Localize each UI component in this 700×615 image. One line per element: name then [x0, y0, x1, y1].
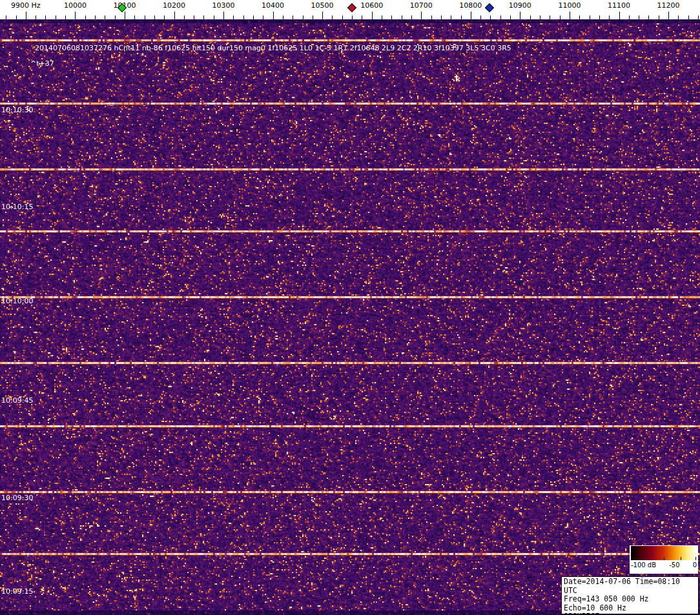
freq-label: 10600 — [360, 1, 383, 10]
colorbar-tick — [681, 557, 681, 560]
colorbar-tick — [664, 557, 664, 560]
colorbar-label-mid: -50 — [669, 561, 679, 569]
freq-label: 11000 — [558, 1, 581, 10]
freq-label: 10300 — [212, 1, 235, 10]
freq-label: 9900 Hz — [11, 1, 41, 10]
freq-label: 10200 — [163, 1, 185, 10]
frequency-ruler: 9900 Hz100001010010200103001040010500106… — [0, 0, 700, 19]
freq-tick — [372, 12, 373, 19]
freq-label: 10400 — [262, 1, 284, 10]
frame-annotation: ^t+37 — [30, 59, 54, 68]
freq-tick — [26, 12, 26, 19]
blue-diamond-marker-icon — [485, 3, 494, 12]
freq-tick — [421, 12, 422, 19]
info-line-station: OBSUPICE — [564, 612, 696, 615]
info-line-echo: Echo=10 600 Hz — [564, 604, 696, 613]
colorbar-label-min: -100 dB — [631, 561, 656, 569]
freq-tick — [668, 12, 669, 19]
freq-tick — [125, 12, 125, 19]
freq-label: 10900 — [509, 1, 531, 10]
colorbar-gradient — [631, 546, 697, 560]
freq-tick — [520, 12, 520, 19]
freq-tick — [273, 12, 274, 19]
freq-label: 10000 — [64, 1, 87, 10]
freq-label: 11100 — [608, 1, 630, 10]
time-label: 10:09:30 — [1, 494, 33, 502]
info-line-date: Date=2014-07-06 Time=08:10 UTC — [564, 578, 696, 595]
freq-label: 11200 — [657, 1, 680, 10]
red-diamond-marker-icon — [347, 3, 356, 12]
app-root: 9900 Hz100001010010200103001040010500106… — [0, 0, 700, 615]
time-label: 10:09:45 — [1, 396, 33, 405]
detection-annotation: 20140706081037276 hCnt11 nb-86 f10625 hi… — [35, 44, 511, 52]
freq-label: 10700 — [410, 1, 433, 10]
freq-label: 10800 — [459, 1, 482, 10]
info-line-freq: Freq=143 050 000 Hz — [564, 595, 696, 604]
spectrogram-canvas — [0, 19, 700, 615]
freq-tick — [570, 12, 570, 19]
freq-label: 10500 — [311, 1, 334, 10]
colorbar-tick — [632, 557, 633, 560]
freq-tick — [174, 12, 175, 19]
info-box: Date=2014-07-06 Time=08:10 UTC Freq=143 … — [561, 576, 699, 614]
freq-tick — [471, 12, 471, 19]
colorbar-label-max: 0 — [693, 561, 697, 569]
freq-tick — [619, 12, 620, 19]
colorbar: -100 dB -50 0 — [630, 545, 698, 574]
time-label: 10:10:30 — [1, 106, 33, 114]
freq-tick — [75, 12, 76, 19]
time-label: 10:09:15 — [1, 587, 33, 596]
time-label: 10:10:15 — [1, 203, 33, 211]
colorbar-tick — [695, 557, 696, 560]
colorbar-tick — [648, 557, 648, 560]
time-label: 10:10:00 — [1, 297, 33, 305]
freq-tick — [322, 12, 323, 19]
colorbar-labels: -100 dB -50 0 — [631, 561, 697, 569]
freq-tick — [223, 12, 224, 19]
